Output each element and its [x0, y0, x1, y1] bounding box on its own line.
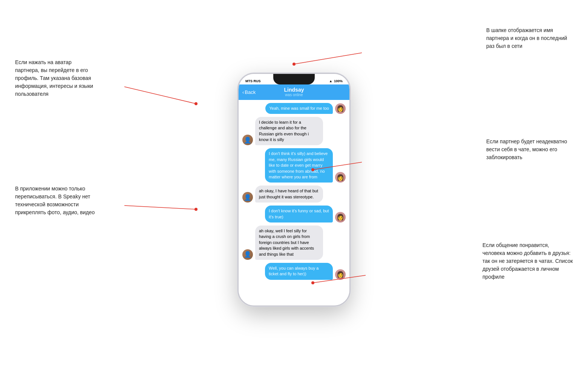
- message-bubble: I decide to learn it for a challenge and…: [255, 117, 323, 146]
- annotation-right-1: В шапке отображается имя партнера и когд…: [486, 26, 573, 50]
- table-row: Well, you can always buy a ticket and fl…: [242, 263, 346, 280]
- status-right: ▲ 100%: [329, 79, 343, 83]
- avatar[interactable]: [335, 269, 346, 280]
- avatar[interactable]: [242, 192, 253, 203]
- table-row: ah okay, well I feel silly for having a …: [242, 226, 346, 260]
- message-bubble: ah okay, well I feel silly for having a …: [255, 226, 323, 260]
- avatar[interactable]: [335, 212, 346, 222]
- back-label: Back: [245, 89, 256, 95]
- battery-label: 100%: [334, 79, 343, 83]
- table-row: I don't know it's funny or sad, but it's…: [242, 206, 346, 222]
- avatar[interactable]: [242, 135, 253, 145]
- phone-mockup: MTS RUS ▲ 100% ‹ Back Lindsay was online: [237, 73, 351, 307]
- svg-line-2: [124, 206, 196, 209]
- location-icon: ▲: [329, 79, 332, 83]
- avatar[interactable]: [335, 172, 346, 183]
- message-bubble: ah okay, I have heard of that but just t…: [255, 186, 323, 203]
- chat-header: ‹ Back Lindsay was online: [239, 84, 349, 100]
- message-bubble: Yeah, mine was small for me too: [265, 103, 333, 114]
- annotation-right-3: Если общение понравится, человека можно …: [482, 241, 573, 281]
- table-row: I don't think it's silly) and believe me…: [242, 148, 346, 183]
- table-row: ah okay, I have heard of that but just t…: [242, 186, 346, 203]
- table-row: I decide to learn it for a challenge and…: [242, 117, 346, 146]
- back-button[interactable]: ‹ Back: [242, 89, 256, 95]
- phone-screen: MTS RUS ▲ 100% ‹ Back Lindsay was online: [237, 73, 351, 307]
- phone-notch: [273, 74, 315, 84]
- annotation-left-1: Если нажать на аватар партнера, вы перей…: [15, 58, 94, 98]
- carrier-label: MTS RUS: [245, 79, 261, 83]
- contact-status: was online: [285, 93, 303, 97]
- page-container: Если нажать на аватар партнера, вы перей…: [0, 0, 588, 379]
- message-bubble: I don't know it's funny or sad, but it's…: [265, 206, 333, 222]
- chat-messages: Yeah, mine was small for me too I decide…: [239, 100, 349, 305]
- svg-line-0: [124, 87, 196, 104]
- message-bubble: I don't think it's silly) and believe me…: [265, 148, 333, 183]
- annotation-right-2: Если партнер будет неадекватно вести себ…: [486, 138, 573, 161]
- contact-name: Lindsay: [284, 87, 304, 93]
- svg-line-4: [294, 53, 362, 64]
- avatar[interactable]: [242, 249, 253, 260]
- svg-point-5: [292, 63, 296, 66]
- annotation-left-2: В приложении можно только переписываться…: [15, 185, 102, 216]
- message-bubble: Well, you can always buy a ticket and fl…: [265, 263, 333, 280]
- table-row: Yeah, mine was small for me too: [242, 103, 346, 114]
- svg-point-1: [194, 102, 198, 105]
- back-chevron-icon: ‹: [242, 89, 244, 95]
- svg-point-3: [194, 208, 198, 211]
- avatar[interactable]: [335, 103, 346, 114]
